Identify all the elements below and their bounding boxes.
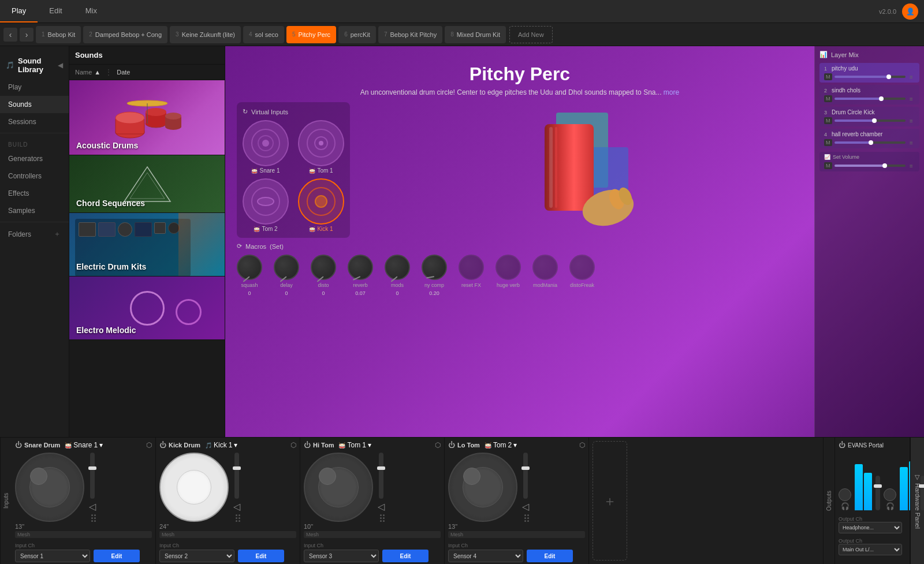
snare-pad-outer[interactable]	[15, 453, 84, 522]
library-item-electro[interactable]: Electro Melodic	[69, 277, 225, 340]
pad-tom2[interactable]	[243, 178, 289, 225]
preset-tab-8[interactable]: 8 Mixed Drum Kit	[445, 26, 506, 43]
evans1-output-select[interactable]: Headphone...	[839, 522, 902, 533]
pad-kick1[interactable]	[298, 178, 344, 225]
preset-tab-4[interactable]: 4 sol seco	[243, 26, 284, 43]
snare-stack-icon[interactable]: ⬡	[146, 441, 152, 449]
snare-edit-button[interactable]: Edit	[94, 550, 140, 562]
macro-knob-distofreak[interactable]	[569, 255, 595, 280]
lotom-power-button[interactable]: ⏻	[448, 441, 455, 449]
macro-knob-disto[interactable]	[311, 255, 336, 280]
sidebar-item-sounds[interactable]: Sounds	[0, 96, 69, 113]
sidebar-item-sessions[interactable]: Sessions	[0, 113, 69, 130]
sidebar-item-effects[interactable]: Effects	[0, 185, 69, 202]
preset-tab-1[interactable]: 1 Bebop Kit	[36, 26, 81, 43]
macro-knob-squash[interactable]	[237, 255, 262, 280]
library-item-acoustic[interactable]: Acoustic Drums	[69, 80, 225, 155]
kick-edit-button[interactable]: Edit	[238, 550, 284, 562]
lotom-edit-button[interactable]: Edit	[527, 550, 573, 562]
set-volume-fader[interactable]	[834, 165, 906, 167]
tab-edit[interactable]: Edit	[38, 0, 73, 23]
lotom-fader[interactable]	[523, 453, 528, 499]
add-folder-icon[interactable]: ＋	[54, 229, 61, 239]
collapse-icon[interactable]: ◀	[58, 61, 63, 69]
kick-type-arrow[interactable]: ▾	[234, 441, 237, 449]
sound-library-header[interactable]: 🎵 Sound Library ◀	[0, 52, 69, 79]
evans1-knob2[interactable]	[884, 488, 896, 501]
tab-play[interactable]: Play	[0, 0, 38, 23]
layer-item-4[interactable]: 4 hall reverb chamber M ≡	[819, 129, 919, 148]
layer-fader-2[interactable]	[834, 98, 906, 100]
evans1-fader2[interactable]	[921, 476, 924, 510]
macro-knob-delay[interactable]	[274, 255, 299, 280]
user-avatar[interactable]: 👤	[902, 3, 918, 20]
layer-extra-1[interactable]: ≡	[908, 73, 915, 80]
sidebar-item-generators[interactable]: Generators	[0, 150, 69, 167]
layer-mute-4[interactable]: M	[824, 139, 832, 146]
evans1-knob[interactable]	[839, 488, 851, 501]
layer-fader-1[interactable]	[834, 76, 906, 78]
layer-item-1[interactable]: 1 pitchy udu M ≡	[819, 63, 919, 83]
sidebar-item-play[interactable]: Play	[0, 79, 69, 96]
pad-tom1[interactable]	[298, 120, 344, 166]
layer-mute-3[interactable]: M	[824, 117, 832, 124]
layer-extra-4[interactable]: ≡	[908, 139, 915, 146]
sidebar-folders[interactable]: Folders ＋	[0, 225, 69, 244]
macro-knob-mods[interactable]	[385, 255, 410, 280]
kick-stack-icon[interactable]: ⬡	[290, 441, 296, 449]
set-volume-mute[interactable]: M	[824, 162, 832, 169]
snare-fader[interactable]	[90, 453, 95, 499]
nav-next-button[interactable]: ›	[20, 28, 33, 42]
layer-fader-3[interactable]	[834, 119, 906, 122]
lotom-pad-outer[interactable]	[448, 453, 517, 522]
hitom-edit-button[interactable]: Edit	[382, 550, 429, 562]
lotom-type-arrow[interactable]: ▾	[513, 441, 517, 449]
preset-tab-5[interactable]: 5 Pitchy Perc	[286, 26, 336, 43]
hitom-type-arrow[interactable]: ▾	[368, 441, 371, 449]
sort-date-label[interactable]: Date	[117, 69, 130, 76]
snare-type-arrow[interactable]: ▾	[99, 441, 103, 449]
hitom-power-button[interactable]: ⏻	[304, 441, 311, 449]
kick-sensor-select[interactable]: Sensor 2	[159, 550, 234, 562]
hitom-stack-icon[interactable]: ⬡	[435, 441, 441, 449]
layer-fader-4[interactable]	[834, 141, 906, 144]
sidebar-item-samples[interactable]: Samples	[0, 202, 69, 219]
hitom-sensor-select[interactable]: Sensor 3	[304, 550, 379, 562]
hitom-pad-outer[interactable]	[304, 453, 373, 522]
preset-tab-2[interactable]: 2 Damped Bebop + Cong	[83, 26, 167, 43]
kick-pad-outer[interactable]	[159, 453, 229, 522]
lotom-sensor-select[interactable]: Sensor 4	[448, 550, 523, 562]
macro-knob-reverb[interactable]	[348, 255, 373, 280]
macro-knob-modmania[interactable]	[532, 255, 558, 280]
hitom-fader[interactable]	[379, 453, 383, 499]
library-item-chord[interactable]: Chord Sequences	[69, 155, 225, 213]
nav-prev-button[interactable]: ‹	[3, 28, 17, 42]
layer-extra-2[interactable]: ≡	[908, 95, 915, 102]
evans1-output2-select[interactable]: Main Out L/...	[839, 544, 902, 555]
macro-knob-hugeverb[interactable]	[495, 255, 521, 280]
preset-tab-6[interactable]: 6 percKit	[338, 26, 376, 43]
preset-tab-7[interactable]: 7 Bebop Kit Pitchy	[378, 26, 442, 43]
layer-mute-1[interactable]: M	[824, 73, 832, 80]
add-new-button[interactable]: Add New	[509, 26, 553, 43]
macro-knob-nycomp[interactable]	[422, 255, 447, 280]
sidebar-item-controllers[interactable]: Controllers	[0, 167, 69, 185]
set-volume-extra[interactable]: ≡	[908, 162, 915, 169]
more-link[interactable]: more	[664, 88, 679, 96]
tab-mix[interactable]: Mix	[74, 0, 109, 23]
macro-knob-resetfx[interactable]	[459, 255, 484, 280]
kick-fader[interactable]	[234, 453, 239, 499]
sort-arrow-icon[interactable]: ▲	[94, 69, 100, 76]
layer-mute-2[interactable]: M	[824, 95, 832, 102]
evans1-fader[interactable]	[875, 476, 880, 510]
layer-item-3[interactable]: 3 Drum Circle Kick M ≡	[819, 107, 919, 126]
lotom-stack-icon[interactable]: ⬡	[579, 441, 585, 449]
layer-extra-3[interactable]: ≡	[908, 117, 915, 124]
add-channel-zone[interactable]: ＋	[593, 441, 627, 561]
library-item-electric[interactable]: Electric Drum Kits	[69, 213, 225, 277]
layer-item-2[interactable]: 2 sindh chols M ≡	[819, 85, 919, 104]
preset-tab-3[interactable]: 3 Keine Zukunft (lite)	[170, 26, 241, 43]
kick-power-button[interactable]: ⏻	[159, 441, 166, 449]
snare-sensor-select[interactable]: Sensor 1	[15, 550, 90, 562]
evans1-power-button[interactable]: ⏻	[839, 441, 845, 449]
